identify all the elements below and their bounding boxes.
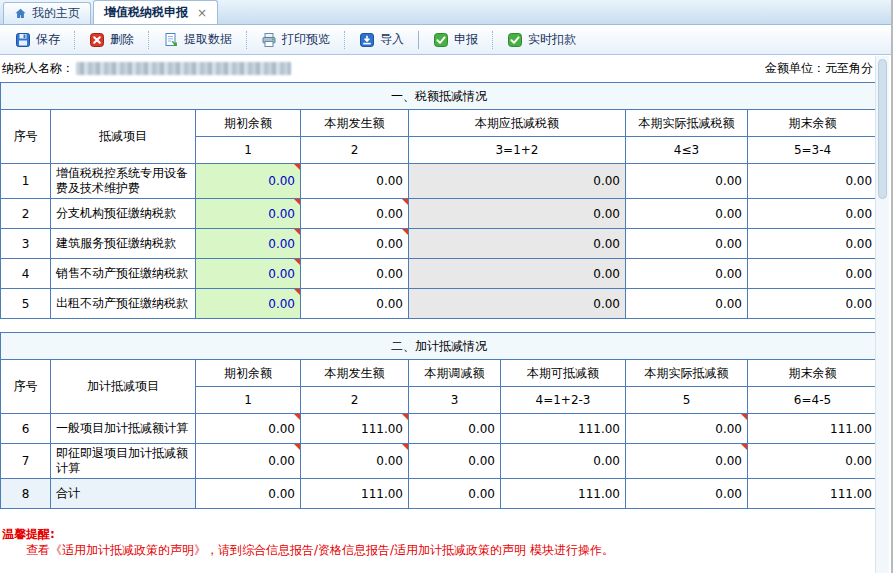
toolbar-separator xyxy=(344,31,345,49)
declare-label: 申报 xyxy=(454,31,478,48)
value-cell[interactable]: 0.00 xyxy=(409,444,501,479)
section-title-2: 二、加计抵减情况 xyxy=(1,333,878,360)
delete-icon xyxy=(89,32,105,48)
value-cell[interactable]: 0.00 xyxy=(626,199,748,229)
tax-credit-table: 一、税额抵减情况 序号 抵减项目 期初余额 本期发生额 本期应抵减税额 本期实际… xyxy=(0,82,878,319)
col-num: 3 xyxy=(409,387,501,414)
table-row: 5 出租不动产预征缴纳税款 0.00 0.00 0.00 0.00 0.00 xyxy=(1,289,878,319)
extract-data-button[interactable]: 提取数据 xyxy=(154,27,241,52)
info-bar: 纳税人名称： 金额单位： 元至角分 xyxy=(0,55,891,82)
value-cell[interactable]: 0.00 xyxy=(196,444,301,479)
value-cell[interactable]: 0.00 xyxy=(626,289,748,319)
extract-data-icon xyxy=(163,32,179,48)
table-row-total: 8 合计 0.00 111.00 0.00 111.00 0.00 111.00 xyxy=(1,479,878,509)
value-cell[interactable]: 0.00 xyxy=(301,199,409,229)
value-cell[interactable]: 0.00 xyxy=(301,259,409,289)
vertical-scrollbar[interactable] xyxy=(875,56,889,573)
table-row: 7 即征即退项目加计抵减额计算 0.00 0.00 0.00 0.00 0.00… xyxy=(1,444,878,479)
reminder-body: 查看《适用加计抵减政策的声明》，请到综合信息报告/资格信息报告/适用加计抵减政策… xyxy=(2,542,891,558)
table-row: 3 建筑服务预征缴纳税款 0.00 0.00 0.00 0.00 0.00 xyxy=(1,229,878,259)
value-cell[interactable]: 0.00 xyxy=(301,229,409,259)
row-item-label: 出租不动产预征缴纳税款 xyxy=(51,289,196,319)
amount-unit-label: 金额单位： xyxy=(765,60,825,77)
value-cell[interactable]: 0.00 xyxy=(626,259,748,289)
tab-home[interactable]: 我的主页 xyxy=(3,2,91,24)
reminder-title: 温馨提醒: xyxy=(2,526,891,542)
col-num: 4≤3 xyxy=(626,137,748,164)
value-cell[interactable]: 0.00 xyxy=(626,414,748,444)
toolbar-separator xyxy=(418,31,419,49)
col-num: 3=1+2 xyxy=(409,137,626,164)
value-cell[interactable]: 0.00 xyxy=(301,164,409,199)
editable-cell[interactable]: 0.00 xyxy=(196,164,301,199)
computed-cell: 0.00 xyxy=(196,479,301,509)
editable-cell[interactable]: 0.00 xyxy=(196,289,301,319)
col-num: 5 xyxy=(626,387,748,414)
value-cell: 0.00 xyxy=(748,199,878,229)
computed-cell: 111.00 xyxy=(748,479,878,509)
col-header: 期末余额 xyxy=(748,110,878,137)
print-preview-button[interactable]: 打印预览 xyxy=(252,27,339,52)
amount-unit-value: 元至角分 xyxy=(825,60,873,77)
col-header: 本期发生额 xyxy=(301,110,409,137)
col-header: 期末余额 xyxy=(748,360,878,387)
row-item-label: 即征即退项目加计抵减额计算 xyxy=(51,444,196,479)
col-num: 1 xyxy=(196,137,301,164)
row-seq: 2 xyxy=(1,199,51,229)
delete-button[interactable]: 删除 xyxy=(80,27,143,52)
value-cell: 0.00 xyxy=(748,259,878,289)
computed-cell: 0.00 xyxy=(409,164,626,199)
table-row: 6 一般项目加计抵减额计算 0.00 111.00 0.00 111.00 0.… xyxy=(1,414,878,444)
col-header-item: 加计抵减项目 xyxy=(51,360,196,414)
import-button[interactable]: 导入 xyxy=(350,27,413,52)
col-header: 期初余额 xyxy=(196,110,301,137)
scrollbar-thumb[interactable] xyxy=(878,59,887,199)
declare-button[interactable]: 申报 xyxy=(424,27,487,52)
col-num: 1 xyxy=(196,387,301,414)
toolbar-separator xyxy=(74,31,75,49)
print-preview-label: 打印预览 xyxy=(282,31,330,48)
computed-cell: 0.00 xyxy=(409,259,626,289)
import-label: 导入 xyxy=(380,31,404,48)
col-num: 6=4-5 xyxy=(748,387,878,414)
computed-cell: 0.00 xyxy=(626,479,748,509)
tab-home-label: 我的主页 xyxy=(32,5,80,22)
value-cell[interactable]: 0.00 xyxy=(626,164,748,199)
editable-cell[interactable]: 0.00 xyxy=(196,199,301,229)
value-cell[interactable]: 0.00 xyxy=(196,414,301,444)
save-button[interactable]: 保存 xyxy=(6,27,69,52)
col-header: 本期应抵减税额 xyxy=(409,110,626,137)
realtime-deduct-label: 实时扣款 xyxy=(528,31,576,48)
toolbar-separator xyxy=(492,31,493,49)
table-row: 2 分支机构预征缴纳税款 0.00 0.00 0.00 0.00 0.00 xyxy=(1,199,878,229)
toolbar: 保存 删除 提取数据 打印预览 导入 申报 xyxy=(0,25,891,55)
toolbar-separator xyxy=(148,31,149,49)
tab-strip: 我的主页 增值税纳税申报 × xyxy=(0,0,891,25)
additional-credit-table: 二、加计抵减情况 序号 加计抵减项目 期初余额 本期发生额 本期调减额 本期可抵… xyxy=(0,332,878,509)
col-header-item: 抵减项目 xyxy=(51,110,196,164)
col-num: 5=3-4 xyxy=(748,137,878,164)
tab-close-icon[interactable]: × xyxy=(197,8,207,18)
computed-cell: 0.00 xyxy=(409,479,501,509)
row-item-label: 合计 xyxy=(51,479,196,509)
computed-cell: 0.00 xyxy=(409,289,626,319)
col-header: 本期实际抵减税额 xyxy=(626,110,748,137)
value-cell[interactable]: 0.00 xyxy=(626,444,748,479)
col-header-seq: 序号 xyxy=(1,110,51,164)
print-preview-icon xyxy=(261,32,277,48)
realtime-deduct-button[interactable]: 实时扣款 xyxy=(498,27,585,52)
col-header: 本期实际抵减额 xyxy=(626,360,748,387)
editable-cell[interactable]: 0.00 xyxy=(196,229,301,259)
value-cell[interactable]: 0.00 xyxy=(409,414,501,444)
computed-cell: 111.00 xyxy=(301,479,409,509)
editable-cell[interactable]: 0.00 xyxy=(196,259,301,289)
value-cell[interactable]: 111.00 xyxy=(301,414,409,444)
value-cell[interactable]: 0.00 xyxy=(301,289,409,319)
computed-cell: 111.00 xyxy=(501,479,626,509)
tab-vat-declaration[interactable]: 增值税纳税申报 × xyxy=(93,0,218,24)
value-cell[interactable]: 0.00 xyxy=(301,444,409,479)
extract-data-label: 提取数据 xyxy=(184,31,232,48)
col-num: 2 xyxy=(301,387,409,414)
delete-label: 删除 xyxy=(110,31,134,48)
value-cell[interactable]: 0.00 xyxy=(626,229,748,259)
